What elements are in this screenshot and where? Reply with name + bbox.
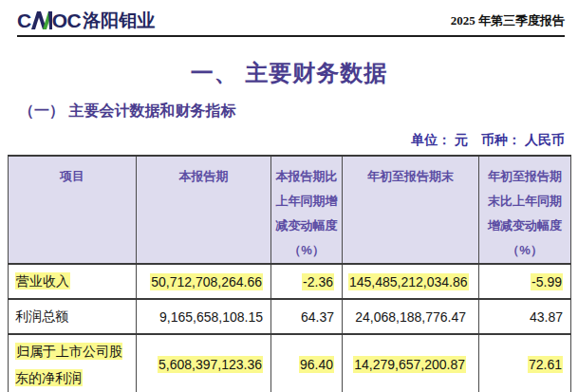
table-row: 利润总额9,165,658,108.1564.3724,068,188,776.… (9, 299, 571, 334)
table-cell: 9,165,658,108.15 (137, 299, 271, 334)
column-header: 本报告期 (137, 156, 271, 264)
header-divider (17, 35, 565, 37)
highlighted-text: 145,485,212,034.86 (348, 273, 469, 290)
table-cell: 43.87 (479, 299, 571, 334)
table-cell: 145,485,212,034.86 (343, 264, 479, 299)
report-page: C OC 洛阳钼业 2025 年第三季度报告 一、 主要财务数据 （一） 主要会… (0, 0, 578, 392)
document-header: C OC 洛阳钼业 2025 年第三季度报告 (0, 0, 578, 30)
table-cell: 96.40 (271, 334, 343, 392)
section-title: 一、 主要财务数据 (0, 58, 578, 88)
table-cell: 24,068,188,776.47 (343, 299, 479, 334)
financial-data-table: 项目本报告期本报告期比上年同期增减变动幅度（%）年初至报告期末年初至报告期末比上… (8, 155, 571, 392)
table-row: 归属于上市公司股东的净利润5,608,397,123.3696.4014,279… (9, 334, 571, 392)
table-cell: 64.37 (271, 299, 343, 334)
table-cell: -2.36 (271, 264, 343, 299)
logo-m-icon (30, 10, 53, 30)
table-cell: 利润总额 (9, 299, 137, 334)
column-header: 本报告期比上年同期增减变动幅度（%） (271, 156, 343, 264)
logo-chinese-name: 洛阳钼业 (83, 11, 155, 30)
table-cell: 14,279,657,200.87 (343, 334, 479, 392)
highlighted-text: -5.99 (531, 273, 563, 290)
table-cell: 归属于上市公司股东的净利润 (9, 334, 137, 392)
column-header: 项目 (9, 156, 137, 264)
column-header: 年初至报告期末 (343, 156, 479, 264)
highlighted-text: -2.36 (302, 273, 334, 290)
column-header: 年初至报告期末比上年同期增减变动幅度（%） (479, 156, 571, 264)
highlighted-text: 营业收入 (15, 272, 70, 289)
table-cell: 5,608,397,123.36 (137, 334, 271, 392)
highlighted-text: 5,608,397,123.36 (158, 356, 263, 373)
table-row: 营业收入50,712,708,264.66-2.36145,485,212,03… (9, 264, 571, 299)
highlighted-text: 归属于上市公司股东的净利润 (15, 343, 122, 386)
highlighted-text: 72.61 (528, 356, 563, 373)
header-row: 项目本报告期本报告期比上年同期增减变动幅度（%）年初至报告期末年初至报告期末比上… (9, 156, 571, 264)
highlighted-text: 14,279,657,200.87 (353, 356, 466, 373)
subsection-title: （一） 主要会计数据和财务指标 (19, 102, 578, 121)
unit-line: 单位： 元币种： 人民币 (0, 132, 565, 149)
table-cell: -5.99 (479, 264, 571, 299)
logo-text-oc: OC (52, 11, 82, 30)
table-cell: 50,712,708,264.66 (137, 264, 271, 299)
report-period-title: 2025 年第三季度报告 (451, 12, 565, 30)
highlighted-text: 96.40 (299, 356, 334, 373)
currency-label: 币种： 人民币 (481, 132, 565, 147)
table-cell: 营业收入 (9, 264, 137, 299)
logo-text-c: C (17, 11, 31, 30)
table-cell: 72.61 (479, 334, 571, 392)
unit-label: 单位： 元 (411, 132, 468, 147)
highlighted-text: 50,712,708,264.66 (150, 273, 263, 290)
company-logo: C OC 洛阳钼业 (17, 10, 155, 30)
